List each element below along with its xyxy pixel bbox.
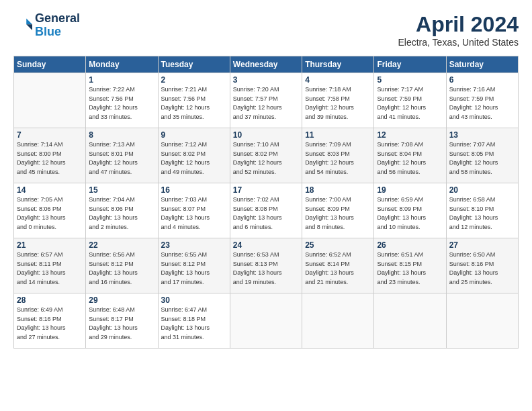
calendar-body: 1Sunrise: 7:22 AM Sunset: 7:56 PM Daylig… <box>14 73 519 349</box>
day-info: Sunrise: 6:50 AM Sunset: 8:16 PM Dayligh… <box>449 250 515 287</box>
day-info: Sunrise: 7:08 AM Sunset: 8:04 PM Dayligh… <box>377 140 443 177</box>
day-number: 13 <box>449 130 515 140</box>
day-info: Sunrise: 6:48 AM Sunset: 8:17 PM Dayligh… <box>89 306 154 342</box>
calendar-day-cell: 19Sunrise: 6:59 AM Sunset: 8:09 PM Dayli… <box>374 183 446 238</box>
day-number: 24 <box>233 240 299 250</box>
calendar-day-cell: 8Sunrise: 7:13 AM Sunset: 8:01 PM Daylig… <box>86 128 158 183</box>
calendar-day-cell: 29Sunrise: 6:48 AM Sunset: 8:17 PM Dayli… <box>86 293 158 349</box>
calendar-day-cell <box>302 293 374 349</box>
day-number: 9 <box>161 130 227 140</box>
calendar-day-cell <box>374 293 446 349</box>
calendar-day-cell: 13Sunrise: 7:07 AM Sunset: 8:05 PM Dayli… <box>446 128 518 183</box>
day-info: Sunrise: 6:57 AM Sunset: 8:11 PM Dayligh… <box>17 250 83 287</box>
day-number: 11 <box>305 130 371 140</box>
weekday-header: Monday <box>86 56 158 73</box>
day-number: 8 <box>89 130 154 140</box>
calendar-week-row: 7Sunrise: 7:14 AM Sunset: 8:00 PM Daylig… <box>14 128 519 183</box>
calendar-day-cell: 4Sunrise: 7:18 AM Sunset: 7:58 PM Daylig… <box>302 73 374 128</box>
logo-line2: Blue <box>35 25 61 38</box>
day-info: Sunrise: 7:04 AM Sunset: 8:06 PM Dayligh… <box>89 195 154 232</box>
calendar-day-cell: 12Sunrise: 7:08 AM Sunset: 8:04 PM Dayli… <box>374 128 446 183</box>
calendar-week-row: 28Sunrise: 6:49 AM Sunset: 8:16 PM Dayli… <box>14 293 519 349</box>
calendar-day-cell: 18Sunrise: 7:00 AM Sunset: 8:09 PM Dayli… <box>302 183 374 238</box>
weekday-header: Wednesday <box>230 56 302 73</box>
day-number: 26 <box>377 240 443 250</box>
page-container: General Blue April 2024 Electra, Texas, … <box>0 0 532 355</box>
day-number: 1 <box>89 75 154 85</box>
calendar-day-cell: 17Sunrise: 7:02 AM Sunset: 8:08 PM Dayli… <box>230 183 302 238</box>
day-info: Sunrise: 6:58 AM Sunset: 8:10 PM Dayligh… <box>449 195 515 232</box>
day-info: Sunrise: 6:52 AM Sunset: 8:14 PM Dayligh… <box>305 250 371 287</box>
day-info: Sunrise: 7:02 AM Sunset: 8:08 PM Dayligh… <box>233 195 299 232</box>
calendar-day-cell: 15Sunrise: 7:04 AM Sunset: 8:06 PM Dayli… <box>86 183 158 238</box>
calendar-day-cell <box>230 293 302 349</box>
logo-line1: General <box>35 11 80 25</box>
logo: General Blue <box>13 12 80 39</box>
day-number: 12 <box>377 130 443 140</box>
calendar-header-row: SundayMondayTuesdayWednesdayThursdayFrid… <box>14 56 519 73</box>
day-number: 20 <box>449 185 515 195</box>
day-number: 14 <box>17 185 83 195</box>
calendar-day-cell: 2Sunrise: 7:21 AM Sunset: 7:56 PM Daylig… <box>158 73 230 128</box>
calendar-day-cell <box>446 293 518 349</box>
calendar-day-cell: 9Sunrise: 7:12 AM Sunset: 8:02 PM Daylig… <box>158 128 230 183</box>
calendar-day-cell: 3Sunrise: 7:20 AM Sunset: 7:57 PM Daylig… <box>230 73 302 128</box>
day-info: Sunrise: 7:03 AM Sunset: 8:07 PM Dayligh… <box>161 195 227 232</box>
calendar-week-row: 14Sunrise: 7:05 AM Sunset: 8:06 PM Dayli… <box>14 183 519 238</box>
header: General Blue April 2024 Electra, Texas, … <box>13 12 519 48</box>
day-number: 16 <box>161 185 227 195</box>
weekday-header: Thursday <box>302 56 374 73</box>
day-info: Sunrise: 7:14 AM Sunset: 8:00 PM Dayligh… <box>17 140 83 177</box>
calendar-day-cell: 28Sunrise: 6:49 AM Sunset: 8:16 PM Dayli… <box>14 293 86 349</box>
calendar-week-row: 1Sunrise: 7:22 AM Sunset: 7:56 PM Daylig… <box>14 73 519 128</box>
day-number: 19 <box>377 185 443 195</box>
day-number: 15 <box>89 185 154 195</box>
day-number: 4 <box>305 75 371 85</box>
day-info: Sunrise: 7:16 AM Sunset: 7:59 PM Dayligh… <box>449 85 515 122</box>
logo-text: General Blue <box>35 12 80 39</box>
subtitle: Electra, Texas, United States <box>398 37 519 48</box>
title-block: April 2024 Electra, Texas, United States <box>398 12 519 48</box>
day-number: 29 <box>89 295 154 305</box>
day-number: 7 <box>17 130 83 140</box>
day-info: Sunrise: 6:47 AM Sunset: 8:18 PM Dayligh… <box>161 306 227 342</box>
day-info: Sunrise: 6:56 AM Sunset: 8:12 PM Dayligh… <box>89 250 154 287</box>
calendar-day-cell: 14Sunrise: 7:05 AM Sunset: 8:06 PM Dayli… <box>14 183 86 238</box>
weekday-header: Saturday <box>446 56 518 73</box>
calendar-day-cell: 6Sunrise: 7:16 AM Sunset: 7:59 PM Daylig… <box>446 73 518 128</box>
month-title: April 2024 <box>398 12 519 37</box>
weekday-header: Sunday <box>14 56 86 73</box>
day-info: Sunrise: 7:21 AM Sunset: 7:56 PM Dayligh… <box>161 85 227 122</box>
day-number: 27 <box>449 240 515 250</box>
calendar-day-cell: 27Sunrise: 6:50 AM Sunset: 8:16 PM Dayli… <box>446 238 518 293</box>
day-number: 22 <box>89 240 154 250</box>
calendar-day-cell: 25Sunrise: 6:52 AM Sunset: 8:14 PM Dayli… <box>302 238 374 293</box>
calendar-day-cell: 21Sunrise: 6:57 AM Sunset: 8:11 PM Dayli… <box>14 238 86 293</box>
svg-marker-1 <box>26 24 32 30</box>
day-number: 5 <box>377 75 443 85</box>
calendar-day-cell <box>14 73 86 128</box>
calendar-table: SundayMondayTuesdayWednesdayThursdayFrid… <box>13 56 519 349</box>
calendar-day-cell: 22Sunrise: 6:56 AM Sunset: 8:12 PM Dayli… <box>86 238 158 293</box>
day-info: Sunrise: 7:20 AM Sunset: 7:57 PM Dayligh… <box>233 85 299 122</box>
day-info: Sunrise: 7:17 AM Sunset: 7:59 PM Dayligh… <box>377 85 443 122</box>
day-info: Sunrise: 7:13 AM Sunset: 8:01 PM Dayligh… <box>89 140 154 177</box>
day-info: Sunrise: 7:07 AM Sunset: 8:05 PM Dayligh… <box>449 140 515 177</box>
day-number: 3 <box>233 75 299 85</box>
weekday-header: Tuesday <box>158 56 230 73</box>
day-number: 21 <box>17 240 83 250</box>
day-info: Sunrise: 6:49 AM Sunset: 8:16 PM Dayligh… <box>17 306 83 342</box>
day-info: Sunrise: 7:05 AM Sunset: 8:06 PM Dayligh… <box>17 195 83 232</box>
logo-icon <box>13 16 32 35</box>
day-number: 17 <box>233 185 299 195</box>
calendar-day-cell: 16Sunrise: 7:03 AM Sunset: 8:07 PM Dayli… <box>158 183 230 238</box>
calendar-day-cell: 1Sunrise: 7:22 AM Sunset: 7:56 PM Daylig… <box>86 73 158 128</box>
day-info: Sunrise: 7:00 AM Sunset: 8:09 PM Dayligh… <box>305 195 371 232</box>
calendar-day-cell: 26Sunrise: 6:51 AM Sunset: 8:15 PM Dayli… <box>374 238 446 293</box>
day-number: 10 <box>233 130 299 140</box>
calendar-day-cell: 24Sunrise: 6:53 AM Sunset: 8:13 PM Dayli… <box>230 238 302 293</box>
day-info: Sunrise: 6:59 AM Sunset: 8:09 PM Dayligh… <box>377 195 443 232</box>
day-info: Sunrise: 7:18 AM Sunset: 7:58 PM Dayligh… <box>305 85 371 122</box>
day-info: Sunrise: 7:10 AM Sunset: 8:02 PM Dayligh… <box>233 140 299 177</box>
day-info: Sunrise: 6:55 AM Sunset: 8:12 PM Dayligh… <box>161 250 227 287</box>
